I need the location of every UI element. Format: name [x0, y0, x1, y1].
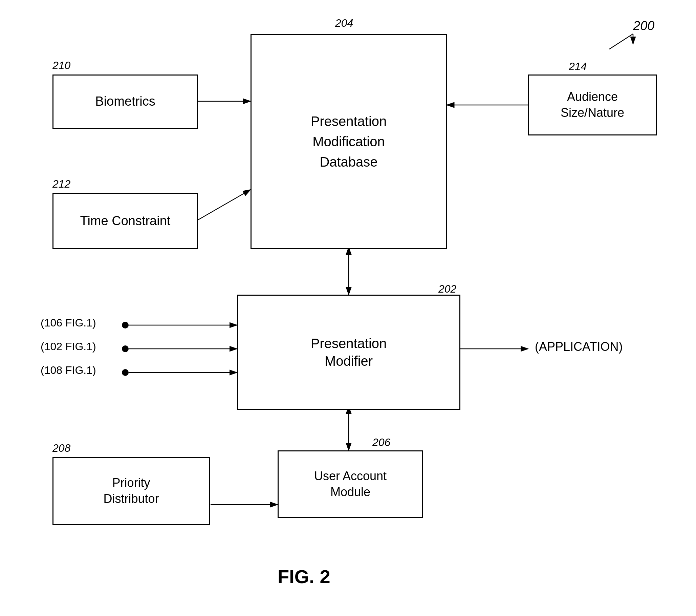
ref-204: 204 [335, 17, 353, 29]
svg-line-16 [609, 34, 633, 49]
user-account-box: User Account Module [278, 450, 423, 518]
svg-point-7 [122, 322, 129, 328]
label-102: (102 FIG.1) [41, 340, 96, 353]
ref-200: 200 [633, 19, 654, 33]
user-account-label: User Account Module [314, 468, 386, 500]
label-106: (106 FIG.1) [41, 317, 96, 329]
ref-208: 208 [52, 442, 70, 455]
svg-point-9 [122, 345, 129, 352]
diagram-container: Biometrics 210 Time Constraint 212 Prese… [0, 0, 696, 616]
time-constraint-label: Time Constraint [80, 213, 171, 229]
ref-206: 206 [373, 436, 390, 449]
presentation-modifier-box: Presentation Modifier [237, 295, 460, 410]
biometrics-label: Biometrics [95, 93, 155, 110]
biometrics-box: Biometrics [52, 75, 198, 129]
ref-212: 212 [52, 178, 70, 190]
label-application: (APPLICATION) [535, 340, 622, 354]
ref-214: 214 [569, 60, 587, 73]
ref-210: 210 [52, 59, 70, 72]
ref-202: 202 [438, 283, 456, 295]
presentation-modifier-label: Presentation Modifier [311, 335, 387, 370]
time-constraint-box: Time Constraint [52, 193, 198, 249]
figure-label: FIG. 2 [278, 566, 330, 588]
presentation-mod-db-box: Presentation Modification Database [251, 34, 447, 249]
svg-line-4 [197, 190, 251, 220]
audience-box: Audience Size/Nature [528, 75, 657, 136]
presentation-mod-db-label: Presentation Modification Database [311, 111, 387, 172]
label-108: (108 FIG.1) [41, 364, 96, 376]
audience-label: Audience Size/Nature [560, 89, 624, 121]
svg-point-11 [122, 369, 129, 376]
priority-distributor-label: Priority Distributor [103, 475, 159, 507]
priority-distributor-box: Priority Distributor [52, 457, 210, 525]
